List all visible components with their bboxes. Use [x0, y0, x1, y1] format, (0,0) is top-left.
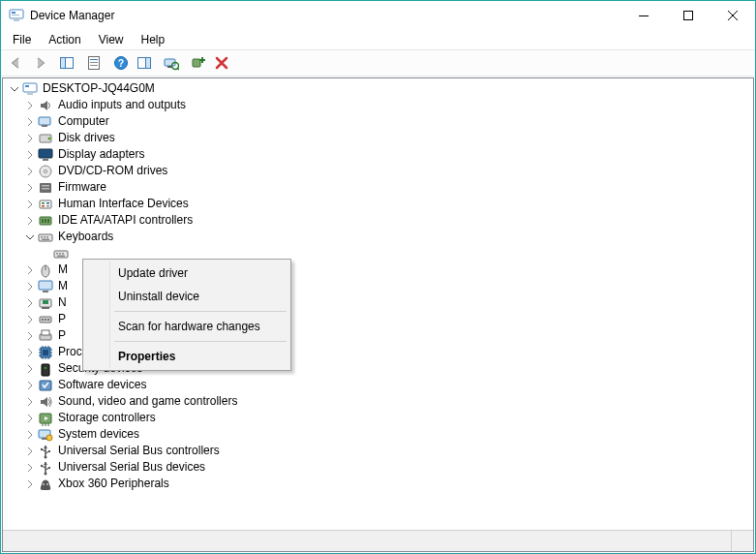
tree-category[interactable]: Keyboards: [5, 229, 751, 245]
audio-icon: [38, 98, 53, 113]
expand-icon[interactable]: [22, 131, 38, 146]
svg-point-30: [45, 169, 47, 172]
computer-icon: [38, 114, 53, 130]
expand-icon[interactable]: [22, 460, 38, 476]
menu-help[interactable]: Help: [134, 32, 173, 47]
expand-icon[interactable]: [22, 114, 38, 130]
expand-icon[interactable]: [22, 427, 38, 443]
action-pane-button[interactable]: [133, 51, 156, 75]
svg-rect-19: [193, 59, 200, 67]
tree-category-label: M: [56, 278, 70, 294]
svg-point-76: [41, 447, 43, 449]
context-menu-item[interactable]: Scan for hardware changes: [85, 315, 288, 338]
svg-rect-22: [27, 92, 33, 95]
minimize-button[interactable]: [621, 1, 666, 30]
collapse-icon[interactable]: [7, 81, 22, 97]
svg-rect-67: [43, 350, 48, 355]
tree-category-label: N: [56, 294, 69, 311]
tree-category[interactable]: Disk drives: [5, 130, 751, 146]
expand-icon[interactable]: [22, 213, 38, 229]
menu-view[interactable]: View: [91, 32, 132, 47]
expand-icon[interactable]: [22, 328, 38, 344]
tree-category[interactable]: Human Interface Devices: [5, 196, 751, 212]
tree-category-label: Firmware: [56, 179, 108, 196]
menu-bar: File Action View Help: [1, 30, 755, 49]
expand-icon[interactable]: [22, 444, 38, 459]
menu-action[interactable]: Action: [41, 32, 88, 47]
tree-category[interactable]: Storage controllers: [5, 410, 751, 426]
tree-category[interactable]: IDE ATA/ATAPI controllers: [5, 212, 751, 229]
tree-category[interactable]: System devices: [5, 426, 751, 443]
tree-category[interactable]: Audio inputs and outputs: [5, 97, 751, 113]
show-hide-console-tree-button[interactable]: [55, 51, 78, 75]
tree-category[interactable]: DVD/CD-ROM drives: [5, 163, 751, 179]
svg-rect-37: [42, 205, 45, 207]
svg-rect-34: [40, 200, 51, 208]
svg-rect-49: [56, 253, 58, 255]
expand-icon[interactable]: [22, 98, 38, 113]
disk-icon: [38, 131, 53, 146]
expand-icon[interactable]: [22, 197, 38, 212]
svg-rect-77: [48, 450, 50, 452]
expand-icon[interactable]: [22, 262, 38, 278]
context-menu-item[interactable]: Properties: [85, 345, 288, 368]
svg-rect-80: [48, 467, 50, 469]
expand-icon[interactable]: [22, 164, 38, 179]
forward-button[interactable]: [28, 51, 51, 75]
svg-rect-50: [59, 253, 61, 255]
tree-category-label: Computer: [56, 113, 111, 130]
expand-icon[interactable]: [22, 180, 38, 196]
svg-rect-45: [44, 236, 45, 238]
properties-button[interactable]: [82, 51, 106, 75]
menu-file[interactable]: File: [5, 32, 39, 47]
svg-rect-40: [42, 219, 44, 223]
context-menu-item-label: Update driver: [118, 266, 188, 280]
add-legacy-hardware-button[interactable]: [187, 51, 210, 75]
tree-category-label: Xbox 360 Peripherals: [56, 476, 171, 492]
context-menu-item[interactable]: Uninstall device: [85, 285, 288, 308]
context-menu-item[interactable]: Update driver: [85, 262, 288, 285]
expand-icon[interactable]: [22, 378, 38, 393]
uninstall-device-button[interactable]: [210, 51, 233, 75]
svg-point-82: [46, 483, 48, 485]
tree-category-label: Disk drives: [56, 130, 117, 146]
expand-icon[interactable]: [22, 345, 38, 360]
tree-category-label: Human Interface Devices: [56, 196, 191, 212]
svg-rect-9: [90, 59, 98, 60]
expander-none: [38, 246, 53, 262]
tree-category[interactable]: Firmware: [5, 179, 751, 196]
security-icon: [38, 361, 53, 377]
tree-category[interactable]: Xbox 360 Peripherals: [5, 476, 751, 492]
expand-icon[interactable]: [22, 312, 38, 327]
tree-category-label: DVD/CD-ROM drives: [56, 163, 169, 179]
expand-icon[interactable]: [22, 295, 38, 311]
svg-rect-55: [39, 281, 52, 290]
expand-icon[interactable]: [22, 279, 38, 294]
svg-rect-2: [12, 15, 19, 15]
expand-icon[interactable]: [22, 411, 38, 426]
help-button[interactable]: ?: [109, 51, 133, 75]
expand-icon[interactable]: [22, 147, 38, 163]
close-button[interactable]: [711, 1, 755, 30]
collapse-icon[interactable]: [22, 230, 38, 245]
maximize-button[interactable]: [666, 1, 711, 30]
tree-category[interactable]: Universal Serial Bus controllers: [5, 443, 751, 459]
tree-category[interactable]: Universal Serial Bus devices: [5, 459, 751, 476]
scan-hardware-button[interactable]: [160, 51, 183, 75]
expand-icon[interactable]: [22, 361, 38, 377]
expand-icon[interactable]: [22, 477, 38, 492]
tree-category[interactable]: Computer: [5, 113, 751, 130]
context-menu-item-label: Properties: [118, 350, 175, 363]
tree-category[interactable]: Display adapters: [5, 146, 751, 163]
tree-root[interactable]: DESKTOP-JQ44G0M: [5, 80, 751, 97]
tree-category-label: IDE ATA/ATAPI controllers: [56, 212, 195, 229]
usb-icon: [38, 460, 53, 476]
title-bar: Device Manager: [1, 1, 755, 30]
tree-category[interactable]: Software devices: [5, 377, 751, 393]
tree-category[interactable]: Sound, video and game controllers: [5, 393, 751, 410]
svg-rect-23: [39, 117, 50, 125]
svg-rect-42: [47, 219, 49, 223]
back-button[interactable]: [5, 51, 28, 75]
expand-icon[interactable]: [22, 394, 38, 410]
svg-rect-68: [42, 364, 49, 376]
